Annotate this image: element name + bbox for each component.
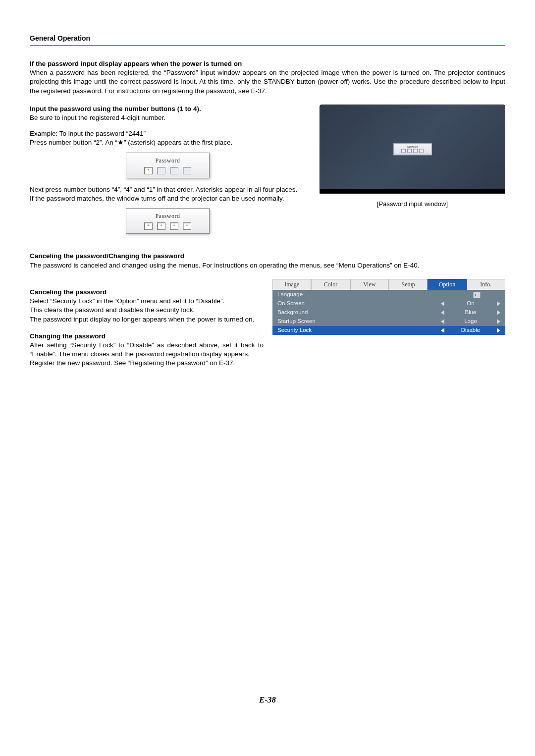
body-text: Example: To input the password “2441”: [30, 129, 306, 138]
password-digit-box: *: [170, 222, 178, 230]
password-digit-box: [170, 167, 178, 174]
password-digit-box: [157, 167, 165, 174]
triangle-left-icon: [441, 310, 444, 315]
password-dialog-mini: Password: [393, 143, 432, 155]
subheading-canceling-password: Canceling the password: [30, 288, 264, 297]
subheading-power-on: If the password input display appears wh…: [30, 59, 505, 68]
password-digit-box: [407, 149, 412, 153]
body-text: Select “Security Lock” in the “Option” m…: [30, 297, 264, 306]
osd-tab[interactable]: Info.: [467, 279, 505, 290]
subheading-cancel-change-password: Canceling the password/Changing the pass…: [30, 252, 505, 261]
password-digit-box: *: [157, 222, 165, 230]
body-text: Be sure to input the registered 4-digit …: [30, 113, 306, 122]
password-digit-box: *: [183, 222, 191, 230]
password-digit-box: *: [144, 167, 153, 174]
password-dialog-four-stars: Password * * * *: [126, 208, 210, 234]
password-dialog-label: Password: [129, 212, 206, 220]
triangle-right-icon: [497, 301, 500, 306]
osd-menu-row[interactable]: Startup ScreenLogo: [272, 317, 505, 326]
osd-menu-row[interactable]: Language: [272, 290, 505, 299]
osd-menu-row[interactable]: BackgroundBlue: [272, 308, 505, 317]
triangle-right-icon: [497, 328, 500, 333]
body-text: When a password has been registered, the…: [30, 68, 505, 96]
osd-menu-row[interactable]: On ScreenOn: [272, 299, 505, 308]
page-number: E-38: [0, 695, 535, 706]
osd-menu: ImageColorViewSetupOptionInfo. LanguageO…: [272, 279, 505, 335]
password-digit-box: [401, 149, 406, 153]
body-text: If the password matches, the window turn…: [30, 194, 306, 203]
osd-tab[interactable]: Image: [272, 279, 311, 290]
body-text: Register the new password. See “Register…: [30, 359, 264, 368]
password-digit-box: [183, 167, 191, 174]
osd-row-value: Blue: [444, 309, 497, 317]
password-digit-box: [419, 149, 424, 153]
triangle-right-icon: [497, 319, 500, 324]
password-digit-box: *: [144, 222, 153, 230]
password-dialog-label: Password: [395, 145, 430, 148]
osd-tab[interactable]: Setup: [389, 279, 428, 290]
osd-row-label: Security Lock: [277, 326, 352, 334]
osd-row-label: Language: [277, 291, 352, 299]
osd-tab[interactable]: View: [350, 279, 389, 290]
enter-icon: [473, 292, 481, 298]
osd-row-label: Background: [277, 309, 352, 317]
triangle-left-icon: [441, 319, 444, 324]
body-text: After setting “Security Lock” to “Disabl…: [30, 341, 264, 359]
osd-menu-row[interactable]: Security LockDisable: [272, 326, 505, 335]
osd-row-value: On: [444, 300, 497, 308]
section-heading: General Operation: [30, 34, 505, 46]
body-text: Next press number buttons “4”, “4” and “…: [30, 185, 306, 194]
figure-caption: [Password input window]: [320, 200, 505, 209]
password-dialog-one-star: Password *: [126, 153, 210, 178]
osd-row-label: Startup Screen: [277, 318, 352, 325]
password-dialog-label: Password: [129, 157, 206, 164]
triangle-left-icon: [441, 328, 444, 333]
osd-row-value: Logo: [444, 318, 497, 325]
body-text: The password input display no longer app…: [30, 315, 264, 324]
body-text: This clears the password and disables th…: [30, 306, 264, 315]
projector-screen-figure: Password: [320, 105, 505, 194]
osd-tab[interactable]: Option: [428, 279, 466, 290]
subheading-input-password: Input the password using the number butt…: [30, 105, 306, 113]
osd-row-value: Disable: [444, 326, 497, 334]
body-text: The password is canceled and changed usi…: [30, 261, 505, 270]
osd-tab[interactable]: Color: [311, 279, 350, 290]
subheading-changing-password: Changing the password: [30, 332, 264, 341]
password-digit-box: [413, 149, 418, 153]
osd-row-label: On Screen: [277, 300, 352, 308]
triangle-right-icon: [497, 310, 500, 315]
body-text: Press number button “2”. An “★” (asteris…: [30, 138, 306, 147]
triangle-left-icon: [441, 301, 444, 306]
